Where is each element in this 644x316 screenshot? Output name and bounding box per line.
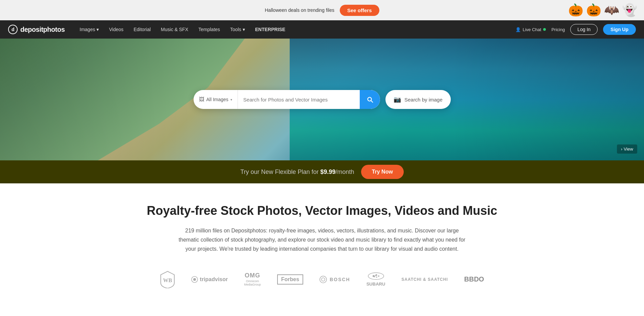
svg-point-4 (321, 278, 325, 281)
brand-bbdo: BBDO (464, 275, 484, 283)
pricing-link[interactable]: Pricing (551, 27, 565, 32)
subaru-label: SUBARU (367, 281, 385, 287)
nav-editorial[interactable]: Editorial (130, 25, 155, 34)
nav-templates[interactable]: Templates (194, 25, 224, 34)
live-chat-status-dot (543, 28, 546, 31)
search-area: 🖼 All Images ▾ 📷 Search by image (194, 90, 451, 109)
subaru-stars-icon (368, 272, 384, 280)
flexible-price: $9.99 (320, 168, 336, 175)
omg-label: OMG (245, 272, 260, 279)
nav-images[interactable]: Images ▾ (75, 25, 103, 34)
nav-enterprise[interactable]: ENTERPRISE (251, 25, 289, 34)
tripadvisor-icon (191, 276, 198, 283)
ghost2-icon: 👻 (622, 4, 637, 16)
svg-point-8 (378, 275, 379, 277)
brand-forbes: Forbes (277, 274, 303, 285)
flexible-text-prefix: Try our New Flexible Plan for $9.99/mont… (240, 168, 354, 176)
forbes-label: Forbes (281, 276, 299, 283)
omg-sub2: MediaGroup (244, 283, 261, 287)
saatchi-label: SAATCHI & SAATCHI (401, 277, 448, 282)
jack-lantern-icon: 🎃 (586, 4, 601, 16)
tripadvisor-label: tripadvisor (200, 276, 228, 283)
brands-row: WB tripadvisor OMG Omnicom MediaGroup Fo… (7, 271, 637, 288)
hero-view-button[interactable]: › View (617, 144, 637, 154)
logo-text: depositphotos (20, 26, 65, 33)
brand-warnerbros: WB (160, 271, 175, 288)
nav-tools-label: Tools (230, 27, 241, 32)
nav-images-label: Images (80, 27, 95, 32)
live-chat-button[interactable]: 👤 Live Chat (515, 27, 546, 32)
main-description: 219 million files on Depositphotos: roya… (177, 226, 468, 254)
live-chat-label: Live Chat (523, 27, 541, 32)
search-type-label: All Images (206, 97, 228, 102)
search-type-dropdown[interactable]: 🖼 All Images ▾ (194, 90, 238, 109)
brand-tripadvisor: tripadvisor (191, 276, 228, 283)
ghost-icon: 🎃 (568, 4, 583, 16)
search-icon (366, 96, 374, 103)
bosch-icon (319, 276, 327, 283)
bosch-label: BOSCH (330, 277, 350, 282)
nav-videos-label: Videos (109, 27, 124, 32)
right-chevron-icon: › (621, 146, 622, 152)
logo-icon: d (8, 25, 18, 34)
nav-videos[interactable]: Videos (105, 25, 128, 34)
signup-button[interactable]: Sign Up (603, 24, 636, 35)
nav-music[interactable]: Music & SFX (157, 25, 192, 34)
svg-point-5 (368, 273, 384, 279)
wb-logo: WB (160, 271, 175, 288)
bat-icon: 🦇 (604, 4, 619, 16)
search-button[interactable] (360, 90, 380, 109)
omg-sub: Omnicom (246, 279, 259, 283)
flexible-text-suffix: /month (336, 168, 354, 175)
nav-templates-label: Templates (198, 27, 220, 32)
banner-text: Halloween deals on trending files (265, 7, 334, 13)
svg-text:WB: WB (163, 277, 172, 283)
search-by-image-button[interactable]: 📷 Search by image (385, 90, 451, 109)
logo[interactable]: d depositphotos (8, 25, 65, 34)
top-banner: Halloween deals on trending files See of… (0, 0, 644, 20)
hero-section: 🖼 All Images ▾ 📷 Search by image › View (0, 39, 644, 160)
search-input[interactable] (238, 97, 360, 103)
images-chevron-icon: ▾ (96, 27, 99, 32)
brand-subaru: SUBARU (367, 272, 385, 287)
nav-music-label: Music & SFX (161, 27, 188, 32)
flexible-plan-banner: Try our New Flexible Plan for $9.99/mont… (0, 160, 644, 183)
nav-right: 👤 Live Chat Pricing Log In Sign Up (515, 24, 636, 35)
svg-point-3 (320, 276, 327, 283)
login-button[interactable]: Log In (570, 24, 598, 35)
main-title: Royalty-free Stock Photos, Vector Images… (7, 204, 637, 218)
search-bar: 🖼 All Images ▾ (194, 90, 380, 109)
svg-point-2 (193, 278, 196, 281)
nav-items: Images ▾ Videos Editorial Music & SFX Te… (75, 25, 515, 34)
view-label: View (624, 146, 633, 152)
brand-omg: OMG Omnicom MediaGroup (244, 272, 261, 287)
nav-editorial-label: Editorial (134, 27, 151, 32)
search-by-image-label: Search by image (404, 97, 443, 103)
halloween-decorations: 🎃 🎃 🦇 👻 (568, 0, 644, 20)
image-type-icon: 🖼 (199, 96, 204, 103)
camera-icon: 📷 (394, 96, 401, 103)
navbar: d depositphotos Images ▾ Videos Editoria… (0, 20, 644, 39)
svg-point-9 (376, 276, 377, 278)
person-icon: 👤 (515, 27, 521, 32)
brand-saatchi: SAATCHI & SAATCHI (401, 277, 448, 282)
brand-bosch: BOSCH (319, 276, 350, 283)
see-offers-button[interactable]: See offers (340, 5, 379, 16)
type-chevron-icon: ▾ (230, 98, 232, 101)
svg-point-11 (375, 275, 375, 276)
nav-tools[interactable]: Tools ▾ (226, 25, 249, 34)
try-now-button[interactable]: Try Now (361, 165, 404, 179)
svg-point-7 (375, 274, 377, 276)
nav-enterprise-label: ENTERPRISE (255, 27, 285, 32)
main-content: Royalty-free Stock Photos, Vector Images… (0, 183, 644, 302)
bbdo-label: BBDO (464, 275, 484, 283)
svg-point-10 (374, 276, 375, 277)
tools-chevron-icon: ▾ (243, 27, 245, 32)
